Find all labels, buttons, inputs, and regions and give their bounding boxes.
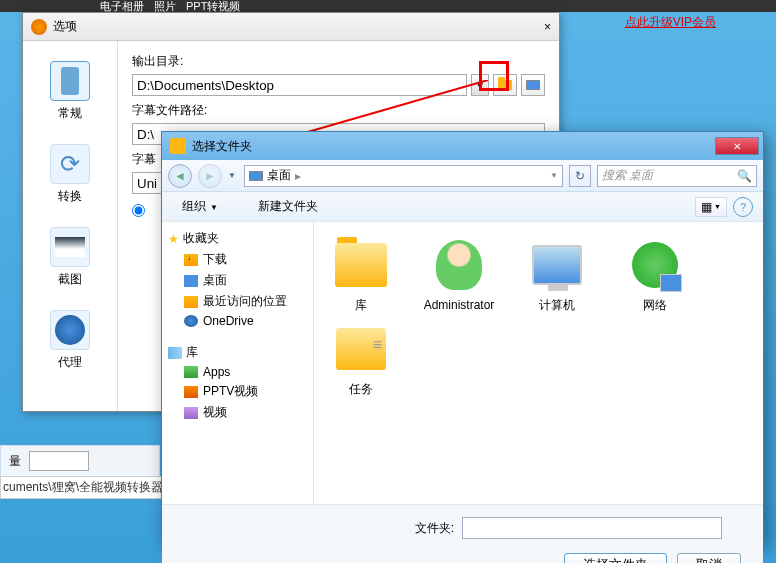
- organize-button[interactable]: 组织▼: [172, 195, 228, 218]
- options-title-text: 选项: [53, 18, 77, 35]
- output-dir-label: 输出目录:: [132, 53, 545, 70]
- user-icon: [436, 240, 482, 290]
- radio-option-1[interactable]: [132, 204, 145, 217]
- help-button[interactable]: ?: [733, 197, 753, 217]
- view-mode-button[interactable]: ▦▼: [695, 197, 727, 217]
- background-menu: 电子相册照片PPT转视频: [0, 0, 776, 12]
- quality-dropdown[interactable]: [29, 451, 89, 471]
- convert-icon: ⟳: [60, 150, 80, 178]
- picker-nav-bar: ◄ ► ▼ 桌面 ▸ ▼ ↻ 搜索 桌面 🔍: [162, 160, 763, 192]
- output-dir-browse-button[interactable]: [493, 74, 517, 96]
- refresh-button[interactable]: ↻: [569, 165, 591, 187]
- options-close-button[interactable]: ×: [544, 20, 551, 34]
- file-item-tasks[interactable]: 任务: [324, 320, 398, 398]
- search-icon: 🔍: [737, 169, 752, 183]
- tree-item-onedrive[interactable]: OneDrive: [166, 312, 309, 330]
- vip-upgrade-link[interactable]: 点此升级VIP会员: [625, 14, 716, 31]
- sidebar-label: 截图: [23, 271, 117, 288]
- output-dir-input[interactable]: [132, 74, 467, 96]
- chevron-right-icon: ▸: [295, 169, 301, 183]
- sidebar-item-convert[interactable]: ⟳ 转换: [23, 136, 117, 219]
- picker-title-text: 选择文件夹: [192, 138, 252, 155]
- library-icon: [168, 347, 182, 359]
- folder-name-input[interactable]: [462, 517, 722, 539]
- screenshot-icon: [55, 237, 85, 257]
- video-icon: [184, 407, 198, 419]
- computer-icon: [532, 245, 582, 285]
- library-folder-icon: [335, 243, 387, 287]
- new-folder-button[interactable]: 新建文件夹: [248, 195, 328, 218]
- onedrive-icon: [184, 315, 198, 327]
- breadcrumb-bar[interactable]: 桌面 ▸ ▼: [244, 165, 563, 187]
- apps-icon: [184, 366, 198, 378]
- tree-item-apps[interactable]: Apps: [166, 363, 309, 381]
- tree-item-recent[interactable]: 最近访问的位置: [166, 291, 309, 312]
- sidebar-item-screenshot[interactable]: 截图: [23, 219, 117, 302]
- monitor-icon: [526, 80, 540, 90]
- file-item-user[interactable]: Administrator: [422, 236, 496, 314]
- folder-picker-dialog: 选择文件夹 ✕ ◄ ► ▼ 桌面 ▸ ▼ ↻ 搜索 桌面 🔍 组织▼ 新建文件夹…: [161, 131, 764, 545]
- sidebar-label: 代理: [23, 354, 117, 371]
- desktop-icon: [184, 275, 198, 287]
- search-placeholder: 搜索 桌面: [602, 167, 653, 184]
- options-titlebar: 选项 ×: [23, 13, 559, 41]
- search-input[interactable]: 搜索 桌面 🔍: [597, 165, 757, 187]
- file-item-library[interactable]: 库: [324, 236, 398, 314]
- download-icon: [184, 254, 198, 266]
- recent-icon: [184, 296, 198, 308]
- select-folder-button[interactable]: 选择文件夹: [564, 553, 667, 563]
- folder-icon: [498, 80, 512, 90]
- tree-item-downloads[interactable]: 下载: [166, 249, 309, 270]
- picker-tree-panel: ★收藏夹 下载 桌面 最近访问的位置 OneDrive 库 Apps PPTV视…: [162, 222, 314, 504]
- tree-item-desktop[interactable]: 桌面: [166, 270, 309, 291]
- background-path-text: cuments\狸窝\全能视频转换器: [0, 476, 166, 499]
- picker-content-panel: 库 Administrator 计算机 网络 任务: [314, 222, 763, 504]
- sidebar-label: 转换: [23, 188, 117, 205]
- file-item-network[interactable]: 网络: [618, 236, 692, 314]
- tree-item-pptv[interactable]: PPTV视频: [166, 381, 309, 402]
- tree-library-header[interactable]: 库: [166, 342, 309, 363]
- tasks-folder-icon: [336, 328, 386, 370]
- cancel-button[interactable]: 取消: [677, 553, 741, 563]
- subtitle-path-label: 字幕文件路径:: [132, 102, 545, 119]
- picker-close-button[interactable]: ✕: [715, 137, 759, 155]
- nav-back-button[interactable]: ◄: [168, 164, 192, 188]
- picker-footer: 文件夹: 选择文件夹 取消: [162, 504, 763, 563]
- options-app-icon: [31, 19, 47, 35]
- nav-forward-button[interactable]: ►: [198, 164, 222, 188]
- pptv-icon: [184, 386, 198, 398]
- nav-history-dropdown[interactable]: ▼: [228, 171, 238, 180]
- general-icon: [61, 67, 79, 95]
- breadcrumb-location: 桌面: [267, 167, 291, 184]
- file-item-computer[interactable]: 计算机: [520, 236, 594, 314]
- picker-titlebar: 选择文件夹 ✕: [162, 132, 763, 160]
- output-dir-open-button[interactable]: [521, 74, 545, 96]
- sidebar-item-proxy[interactable]: 代理: [23, 302, 117, 385]
- proxy-icon: [55, 315, 85, 345]
- output-dir-dropdown[interactable]: ▾: [471, 74, 489, 96]
- star-icon: ★: [168, 232, 179, 246]
- tree-favorites-header[interactable]: ★收藏夹: [166, 228, 309, 249]
- background-quality-bar: 量: [0, 445, 160, 477]
- breadcrumb-dropdown-icon[interactable]: ▼: [550, 171, 558, 180]
- options-sidebar: 常规 ⟳ 转换 截图 代理: [23, 41, 118, 411]
- picker-toolbar: 组织▼ 新建文件夹 ▦▼ ?: [162, 192, 763, 222]
- sidebar-label: 常规: [23, 105, 117, 122]
- folder-name-label: 文件夹:: [398, 520, 454, 537]
- tree-item-video[interactable]: 视频: [166, 402, 309, 423]
- picker-title-icon: [170, 138, 186, 154]
- sidebar-item-general[interactable]: 常规: [23, 53, 117, 136]
- network-icon: [632, 242, 678, 288]
- desktop-icon: [249, 171, 263, 181]
